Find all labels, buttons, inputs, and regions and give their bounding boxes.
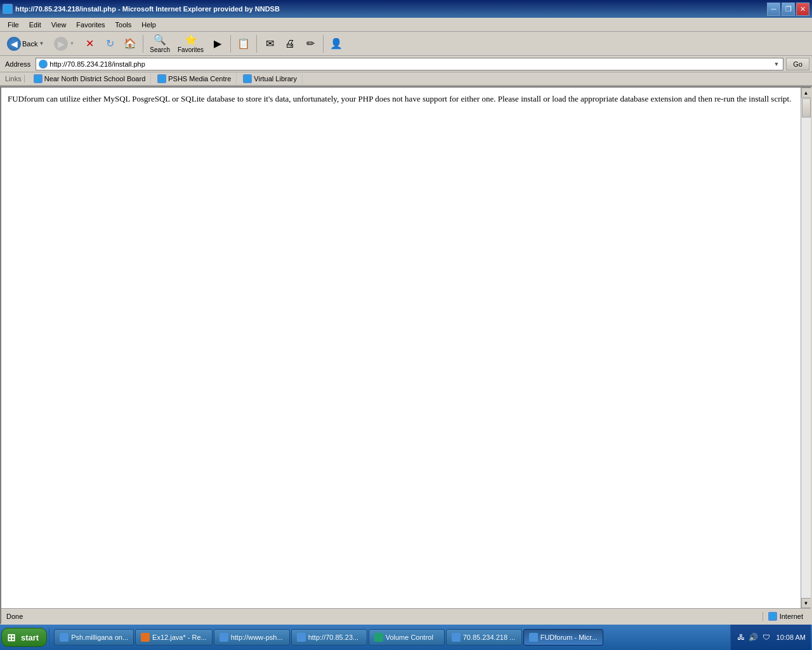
link-nndsb-label: Near North District School Board xyxy=(44,75,146,83)
minimize-button[interactable]: ─ xyxy=(767,3,780,16)
messenger-icon: 👤 xyxy=(330,37,343,50)
systray-volume-icon[interactable]: 🔊 xyxy=(749,632,759,642)
zone-label: Internet xyxy=(780,613,803,620)
history-button[interactable]: 📋 xyxy=(234,33,253,55)
zone-icon: 🌐 xyxy=(768,612,777,621)
taskbar-item-volume-icon xyxy=(374,633,383,642)
link-pshs[interactable]: 🌐 PSHS Media Centre xyxy=(152,73,237,84)
address-globe-icon: 🌐 xyxy=(39,60,48,69)
stop-icon: ✕ xyxy=(83,37,96,50)
link-nndsb-icon: 🌐 xyxy=(34,74,43,83)
separator-3 xyxy=(256,35,257,53)
menu-help[interactable]: Help xyxy=(136,20,161,30)
stop-button[interactable]: ✕ xyxy=(80,33,99,55)
link-vlib-icon: 🌐 xyxy=(243,74,252,83)
messenger-button[interactable]: 👤 xyxy=(327,33,346,55)
taskbar-item-ex12-label: Ex12.java* - Re... xyxy=(152,633,207,641)
menu-edit[interactable]: Edit xyxy=(24,20,46,30)
taskbar-items: Psh.milligana on... Ex12.java* - Re... h… xyxy=(51,629,730,646)
link-vlib[interactable]: 🌐 Virtual Library xyxy=(238,73,303,84)
menu-tools[interactable]: Tools xyxy=(110,20,137,30)
taskbar-item-volume-label: Volume Control xyxy=(386,633,433,641)
history-icon: 📋 xyxy=(237,37,250,50)
status-bar: Done 🌐 Internet xyxy=(1,608,811,623)
address-dropdown-icon[interactable]: ▼ xyxy=(772,61,780,67)
address-input-wrap: 🌐 ▼ xyxy=(36,58,783,70)
taskbar-item-http-www-icon xyxy=(219,633,228,642)
back-dropdown-icon[interactable]: ▼ xyxy=(39,41,44,46)
search-icon: 🔍 xyxy=(154,34,166,46)
taskbar-item-http-70-icon xyxy=(297,633,306,642)
favorites-button[interactable]: ⭐ Favorites xyxy=(174,33,207,55)
taskbar-item-http-70[interactable]: http://70.85.23... xyxy=(291,629,367,646)
error-message: FUDforum can utilize either MySQL Posgre… xyxy=(8,93,794,106)
scroll-thumb[interactable] xyxy=(802,98,811,117)
taskbar-item-ex12-icon xyxy=(141,633,150,642)
separator-2 xyxy=(230,35,231,53)
search-button[interactable]: 🔍 Search xyxy=(147,33,173,55)
window-title: http://70.85.234.218/install.php - Micro… xyxy=(15,5,280,13)
browser-wrapper: FUDforum can utilize either MySQL Posgre… xyxy=(0,86,812,625)
mail-button[interactable]: ✉ xyxy=(260,33,279,55)
link-nndsb[interactable]: 🌐 Near North District School Board xyxy=(29,73,152,84)
scrollbar: ▲ ▼ xyxy=(801,88,811,608)
windows-flag-icon xyxy=(7,632,18,643)
menu-view[interactable]: View xyxy=(46,20,72,30)
taskbar-item-http-www[interactable]: http://www-psh... xyxy=(214,629,290,646)
status-zone: 🌐 Internet xyxy=(763,612,808,621)
start-label: start xyxy=(21,633,39,642)
address-label: Address xyxy=(3,60,33,68)
address-bar: Address 🌐 ▼ Go xyxy=(0,56,812,72)
taskbar-item-ex12[interactable]: Ex12.java* - Re... xyxy=(135,629,213,646)
menu-bar: File Edit View Favorites Tools Help xyxy=(0,18,812,32)
taskbar-item-psh[interactable]: Psh.milligana on... xyxy=(54,629,134,646)
close-button[interactable]: ✕ xyxy=(796,3,809,16)
scroll-track[interactable] xyxy=(801,98,811,598)
back-button[interactable]: ◀ Back ▼ xyxy=(3,33,48,55)
taskbar: start Psh.milligana on... Ex12.java* - R… xyxy=(0,625,812,650)
taskbar-item-http-www-label: http://www-psh... xyxy=(231,633,283,641)
title-bar: 🌐 http://70.85.234.218/install.php - Mic… xyxy=(0,0,812,18)
start-button[interactable]: start xyxy=(1,628,47,647)
taskbar-item-70-234-icon xyxy=(452,633,461,642)
systray-time: 10:08 AM xyxy=(774,633,806,641)
systray-security-icon[interactable]: 🛡 xyxy=(761,632,771,642)
edit-button[interactable]: ✏ xyxy=(301,33,320,55)
links-label: Links xyxy=(3,75,25,83)
print-icon: 🖨 xyxy=(284,37,296,50)
go-button[interactable]: Go xyxy=(786,58,809,70)
edit-icon: ✏ xyxy=(304,37,317,50)
separator-1 xyxy=(143,35,143,53)
content-wrapper: FUDforum can utilize either MySQL Posgre… xyxy=(1,88,811,608)
back-icon: ◀ xyxy=(7,37,21,51)
taskbar-item-70-234-label: 70.85.234.218 ... xyxy=(463,633,516,641)
taskbar-item-fudforum[interactable]: FUDforum - Micr... xyxy=(523,629,603,646)
link-vlib-label: Virtual Library xyxy=(254,75,297,83)
scroll-up-arrow[interactable]: ▲ xyxy=(801,88,811,98)
restore-button[interactable]: ❐ xyxy=(782,3,795,16)
links-bar: Links 🌐 Near North District School Board… xyxy=(0,72,812,86)
menu-file[interactable]: File xyxy=(3,20,24,30)
taskbar-item-volume[interactable]: Volume Control xyxy=(369,629,445,646)
systray-network-icon[interactable]: 🖧 xyxy=(736,632,746,642)
forward-dropdown-icon[interactable]: ▼ xyxy=(69,41,74,46)
forward-icon: ▶ xyxy=(54,37,68,51)
taskbar-item-psh-label: Psh.milligana on... xyxy=(71,633,128,641)
address-input[interactable] xyxy=(49,60,770,68)
media-button[interactable]: ▶ xyxy=(208,33,227,55)
menu-favorites[interactable]: Favorites xyxy=(71,20,110,30)
favorites-label: Favorites xyxy=(178,46,204,53)
home-button[interactable]: 🏠 xyxy=(121,33,140,55)
link-pshs-label: PSHS Media Centre xyxy=(168,75,231,83)
taskbar-item-70-234[interactable]: 70.85.234.218 ... xyxy=(446,629,522,646)
browser-icon: 🌐 xyxy=(3,4,13,14)
window-controls: ─ ❐ ✕ xyxy=(767,3,809,16)
taskbar-item-http-70-label: http://70.85.23... xyxy=(308,633,359,641)
scroll-down-arrow[interactable]: ▼ xyxy=(801,598,811,608)
print-button[interactable]: 🖨 xyxy=(280,33,299,55)
media-icon: ▶ xyxy=(211,37,224,50)
refresh-button[interactable]: ↻ xyxy=(100,33,119,55)
mail-icon: ✉ xyxy=(263,37,276,50)
forward-button[interactable]: ▶ ▼ xyxy=(49,33,79,55)
taskbar-item-fudforum-icon xyxy=(529,633,538,642)
